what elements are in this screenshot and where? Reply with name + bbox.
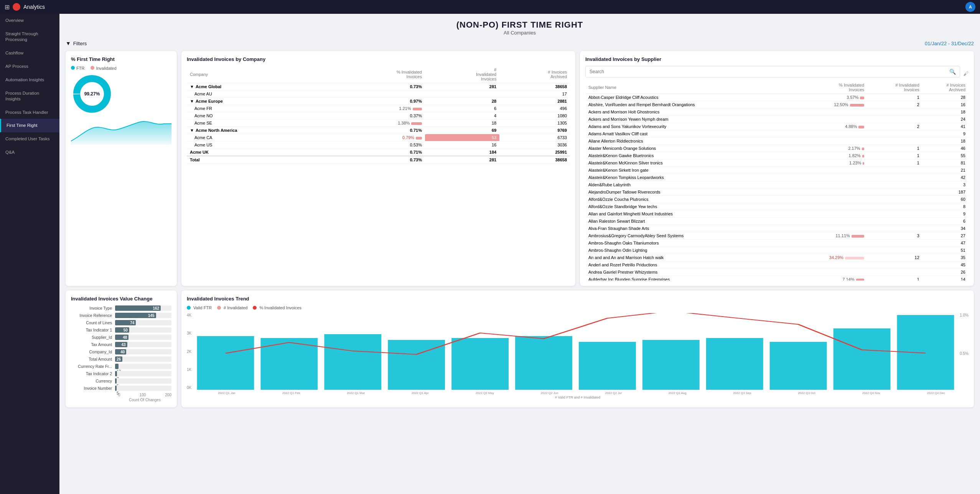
legend-pct-line: % Invalidated Invoices (253, 305, 301, 310)
svg-rect-6 (451, 338, 509, 390)
y-left-axis-label: # Valid FTR and # Invalidated (187, 396, 968, 399)
company-table-card: Invalidated Invoices by Company Company … (181, 51, 575, 286)
sidebar-item[interactable]: Straight Through Processing (0, 27, 59, 46)
sidebar: OverviewStraight Through ProcessingCashf… (0, 14, 59, 494)
hbar-axis-label: Count Of Changes (71, 398, 171, 402)
table-row: Acme SE1.38%181305 (187, 120, 570, 127)
hbar-row: Currency Rate Fr...12 (71, 364, 171, 369)
table-row: ▼Acme Europe0.97%282881 (187, 98, 570, 105)
x-axis-labels: 2022 Q1 Jan2022 Q1 Feb2022 Q1 Mar2022 Q1… (187, 391, 968, 395)
page-subtitle: All Companies (66, 30, 974, 36)
col-num-inv: #InvalidatedInvoices (425, 66, 499, 83)
ftr-chart-area: 99.27% (71, 73, 171, 115)
table-row: Ailane Allerton Riddlectronics18 (585, 138, 968, 145)
company-table-title: Invalidated Invoices by Company (187, 56, 570, 62)
col-pct-inv: % InvalidatedInvoices (337, 66, 425, 83)
col-company: Company (187, 66, 337, 83)
table-row: Adams and Sons Yakunikov Vortexecurity4.… (585, 123, 968, 130)
filters-button[interactable]: ▼ Filters (66, 40, 87, 46)
ftr-card-title: % First Time Right (71, 56, 171, 62)
table-row: Alford&Ozzie Coucha Plutronics60 (585, 196, 968, 203)
sidebar-item[interactable]: Cashflow (0, 46, 59, 60)
hbar-row: Count of Lines74 (71, 320, 171, 325)
trend-card-title: Invalidated Invoices Trend (187, 296, 968, 302)
hbar-row: Invoice Number5 (71, 386, 171, 391)
hbar-row: Tax Indicator 150 (71, 327, 171, 333)
bottom-row: Invalidated Invoices Value Change Invoic… (66, 290, 974, 407)
trend-legend: Valid FTR # Invalidated % Invalidated In… (187, 305, 968, 310)
table-row: Ambrosius&Gregory CarmodyAbley Seed Syst… (585, 232, 968, 240)
table-row: Alden&Rube Labyrinth3 (585, 181, 968, 189)
app-title: Analytics (23, 4, 45, 10)
sidebar-item[interactable]: Automation Insights (0, 73, 59, 87)
sidebar-item[interactable]: Completed User Tasks (0, 132, 59, 146)
user-avatar[interactable]: A (965, 2, 975, 12)
ftr-area-chart (71, 118, 171, 145)
logo-dot (13, 3, 20, 11)
table-row: Acme UK0.71%18425991 (187, 149, 570, 156)
table-row: Alasteir&Kenon Tompkiss Leopardworks42 (585, 174, 968, 181)
hbar-row: Total Amount26 (71, 356, 171, 362)
top-cards-row: % First Time Right FTR Invalidated 99.27… (66, 51, 974, 286)
trend-chart-container: 4K3K2K1K0K 1.0%0.5% (187, 313, 968, 390)
table-row: AlejandroDumper Tatlowe Riverecords187 (585, 189, 968, 196)
sidebar-item[interactable]: Process Task Handler (0, 106, 59, 119)
table-row: Ambros-Shaughn Oaks Titaniumotors47 (585, 240, 968, 247)
table-row: Ambros-Shaughn Odin Lighting51 (585, 247, 968, 254)
company-table: Company % InvalidatedInvoices #Invalidat… (187, 66, 570, 164)
date-range: 01/Jan/22 - 31/Dec/22 (925, 41, 974, 46)
sup-col-name: Supplier Name (585, 81, 792, 94)
svg-rect-4 (324, 334, 382, 390)
supplier-card-title: Invalidated Invoices by Supplier (585, 56, 968, 62)
filters-label: Filters (73, 41, 87, 46)
sup-col-arch: # InvoicesArchived (922, 81, 968, 94)
table-row: ▼Acme Global0.73%28138658 (187, 83, 570, 90)
hbar-row: Supplier_Id48 (71, 335, 171, 340)
table-row: Acme NO0.37%41080 (187, 112, 570, 120)
sidebar-item[interactable]: AP Process (0, 60, 59, 73)
table-row: Alva-Fran Straughan Shade Arts34 (585, 225, 968, 232)
paint-icon[interactable]: 🖌 (963, 71, 968, 77)
supplier-table: Supplier Name % InvalidatedInvoices # In… (585, 81, 968, 281)
hbar-row: Tax Amount43 (71, 342, 171, 347)
hbar-chart: Invoice Type162Invoice Reference145Count… (71, 305, 171, 391)
supplier-table-wrap: Supplier Name % InvalidatedInvoices # In… (585, 81, 968, 281)
ftr-legend: FTR Invalidated (71, 66, 171, 71)
table-row: Adams Arnatt Vasilkov Cliff cast9 (585, 130, 968, 138)
svg-rect-7 (515, 336, 572, 390)
table-row: Anderl and Rozet Petrillo Priductions45 (585, 261, 968, 269)
svg-rect-9 (642, 340, 700, 390)
sup-col-inv: # InvalidatedInvoices (867, 81, 922, 94)
table-row: ▼Acme North America0.71%699769 (187, 127, 570, 134)
value-change-card: Invalidated Invoices Value Change Invoic… (66, 290, 177, 407)
trend-card: Invalidated Invoices Trend Valid FTR # I… (181, 290, 974, 407)
sidebar-item[interactable]: First Time Right (0, 119, 59, 132)
main-content: (NON-PO) FIRST TIME RIGHT All Companies … (59, 14, 980, 494)
sidebar-item[interactable]: Q&A (0, 146, 59, 159)
supplier-search-box[interactable]: 🔍 (585, 66, 960, 77)
ftr-card: % First Time Right FTR Invalidated 99.27… (66, 51, 177, 286)
topbar: ⊞ Analytics A (0, 0, 980, 14)
table-row: Alasteir&Kenon Gawke Bluetronics1.82%155 (585, 152, 968, 159)
hbar-row: Company_Id40 (71, 349, 171, 354)
supplier-search-input[interactable] (590, 69, 949, 74)
sup-col-pct: % InvalidatedInvoices (792, 81, 867, 94)
sidebar-item[interactable]: Process Duration Insights (0, 87, 59, 106)
table-row: Ackers and Morrison Holt Ghostronics18 (585, 108, 968, 116)
grid-icon: ⊞ (5, 3, 10, 11)
hbar-row: Invoice Type162 (71, 305, 171, 311)
table-row: Alasteir&Kenon McKinnon Silver tronics1.… (585, 159, 968, 167)
legend-inv-bar: # Invalidated (217, 305, 247, 310)
legend-ftr-bar: Valid FTR (187, 305, 212, 310)
page-title: (NON-PO) FIRST TIME RIGHT (66, 20, 974, 30)
y-axis-left: 4K3K2K1K0K (187, 313, 194, 390)
table-row: Alasteir&Kenon Sirkett Iron gate21 (585, 167, 968, 174)
svg-rect-11 (770, 342, 827, 390)
supplier-card: Invalidated Invoices by Supplier 🔍 🖌 Sup… (580, 51, 974, 286)
hbar-row: Currency5 (71, 378, 171, 384)
table-row: Alford&Ozzie Standbridge Yew techs8 (585, 203, 968, 210)
table-row: Allan and Gainfort Minghetti Mount Indus… (585, 210, 968, 218)
svg-rect-2 (197, 336, 254, 390)
svg-rect-8 (579, 342, 636, 390)
sidebar-item[interactable]: Overview (0, 14, 59, 27)
